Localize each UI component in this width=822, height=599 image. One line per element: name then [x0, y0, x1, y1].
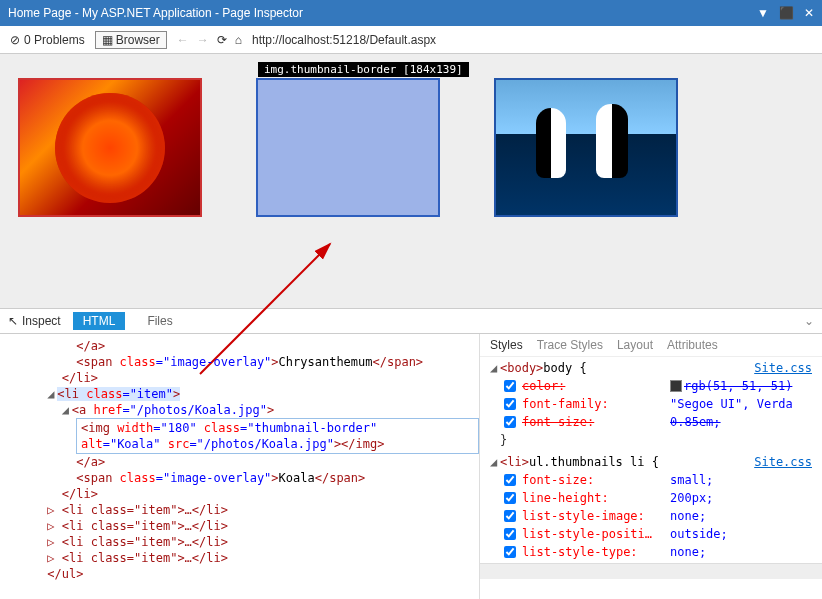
html-line: </li>	[4, 371, 98, 385]
inspect-label: Inspect	[22, 314, 61, 328]
titlebar: Home Page - My ASP.NET Application - Pag…	[0, 0, 822, 26]
prop-toggle[interactable]	[504, 528, 516, 540]
tab-html[interactable]: HTML	[73, 312, 126, 330]
color-swatch[interactable]	[670, 380, 682, 392]
inspector-panels: </a> <span class="image-overlay">Chrysan…	[0, 334, 822, 599]
css-rule-body: ◢<body> body {Site.css color:rgb(51, 51,…	[480, 357, 822, 451]
chevron-down-icon[interactable]: ⌄	[804, 314, 814, 328]
toolbar: ⊘ 0 Problems ▦ Browser ← → ⟳ ⌂ http://lo…	[0, 26, 822, 54]
thumbnail-penguins[interactable]	[494, 78, 678, 217]
prop-toggle[interactable]	[504, 546, 516, 558]
refresh-icon[interactable]: ⟳	[217, 33, 227, 47]
selected-img-node[interactable]: <img width="180" class="thumbnail-border…	[76, 418, 479, 454]
browser-label: Browser	[116, 33, 160, 47]
prop-toggle[interactable]	[504, 474, 516, 486]
html-tree-panel[interactable]: </a> <span class="image-overlay">Chrysan…	[0, 334, 480, 599]
styles-panel: Styles Trace Styles Layout Attributes ◢<…	[480, 334, 822, 599]
problems-text: 0 Problems	[24, 33, 85, 47]
browser-button[interactable]: ▦ Browser	[95, 31, 167, 49]
collapsed-li[interactable]: ▷ <li class="item">…</li>	[4, 551, 228, 565]
thumbnail-chrysanthemum[interactable]	[18, 78, 202, 217]
css-rule-li: ◢<li> ul.thumbnails li {Site.css font-si…	[480, 451, 822, 563]
tab-attributes[interactable]: Attributes	[667, 338, 718, 352]
source-link[interactable]: Site.css	[754, 359, 812, 377]
prop-toggle[interactable]	[504, 492, 516, 504]
html-line: </a>	[4, 455, 105, 469]
collapsed-li[interactable]: ▷ <li class="item">…</li>	[4, 535, 228, 549]
pin-icon[interactable]: ⬛	[779, 0, 794, 26]
inspect-cursor-icon: ↖	[8, 314, 18, 328]
prop-toggle[interactable]	[504, 398, 516, 410]
horizontal-scrollbar[interactable]	[480, 563, 822, 579]
back-icon[interactable]: ←	[177, 33, 189, 47]
window-controls: ▼ ⬛ ✕	[757, 0, 814, 26]
prop-toggle[interactable]	[504, 510, 516, 522]
close-icon[interactable]: ✕	[804, 0, 814, 26]
dropdown-icon[interactable]: ▼	[757, 0, 769, 26]
home-icon[interactable]: ⌂	[235, 33, 242, 47]
thumbnails-row: img.thumbnail-border [184x139]	[18, 78, 804, 217]
html-line: </ul>	[4, 567, 83, 581]
inspect-button[interactable]: ↖ Inspect	[8, 314, 61, 328]
window-title: Home Page - My ASP.NET Application - Pag…	[8, 0, 303, 26]
styles-tabs: Styles Trace Styles Layout Attributes	[480, 334, 822, 357]
selected-li[interactable]: <li class="item">	[57, 387, 180, 401]
prop-toggle[interactable]	[504, 416, 516, 428]
nav-icons: ← → ⟳ ⌂	[177, 33, 242, 47]
prop-toggle[interactable]	[504, 380, 516, 392]
tab-files[interactable]: Files	[137, 312, 182, 330]
tab-layout[interactable]: Layout	[617, 338, 653, 352]
page-preview: img.thumbnail-border [184x139]	[0, 54, 822, 308]
element-selector-tooltip: img.thumbnail-border [184x139]	[258, 62, 469, 77]
forward-icon[interactable]: →	[197, 33, 209, 47]
url-display[interactable]: http://localhost:51218/Default.aspx	[252, 33, 436, 47]
problems-icon: ⊘	[10, 33, 20, 47]
expand-triangle[interactable]: ◢	[47, 386, 57, 402]
inspector-bar: ↖ Inspect HTML Files ⌄	[0, 308, 822, 334]
html-line: </a>	[4, 339, 105, 353]
browser-icon: ▦	[102, 33, 113, 47]
problems-indicator[interactable]: ⊘ 0 Problems	[6, 32, 89, 48]
html-line: </li>	[4, 487, 98, 501]
source-link[interactable]: Site.css	[754, 453, 812, 471]
tab-trace-styles[interactable]: Trace Styles	[537, 338, 603, 352]
expand-triangle[interactable]: ◢	[490, 359, 500, 377]
collapsed-li[interactable]: ▷ <li class="item">…</li>	[4, 503, 228, 517]
expand-triangle[interactable]: ◢	[62, 402, 72, 418]
thumbnail-koala-selected[interactable]: img.thumbnail-border [184x139]	[256, 78, 440, 217]
collapsed-li[interactable]: ▷ <li class="item">…</li>	[4, 519, 228, 533]
tab-styles[interactable]: Styles	[490, 338, 523, 352]
expand-triangle[interactable]: ◢	[490, 453, 500, 471]
